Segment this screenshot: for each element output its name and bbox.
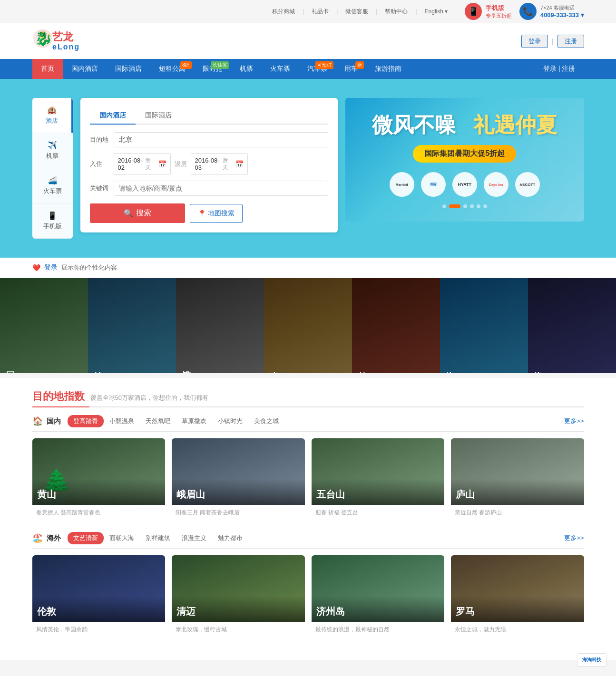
dest-name-london: 伦敦 <box>37 606 56 617</box>
dest-card-jeju[interactable]: 济州岛 最传统的浪漫，最神秘的自然 <box>312 555 445 637</box>
dot-3[interactable] <box>463 204 467 208</box>
destination-input[interactable] <box>114 132 329 147</box>
register-button[interactable]: 注册 <box>557 35 584 48</box>
dot-1[interactable] <box>442 204 446 208</box>
dot-5[interactable] <box>477 204 480 208</box>
map-search-button[interactable]: 📍 地图搜索 <box>190 204 243 223</box>
nav-item-flight[interactable]: 机票 <box>231 59 262 79</box>
category-name-youth: 青年旅舍 <box>269 365 280 368</box>
nav-item-bus[interactable]: 汽车票 可预订 <box>299 59 336 79</box>
overseas-tab-city[interactable]: 魅力都市 <box>212 532 248 544</box>
dest-card-wutai[interactable]: 五台山 迎春 祈福 登五台 <box>312 438 445 521</box>
banner-dots <box>372 204 557 208</box>
mobile-icon: 📱 <box>48 211 57 220</box>
svg-text:🐉: 🐉 <box>35 30 53 47</box>
dot-4[interactable] <box>470 204 474 208</box>
banner-promo: 国际集团暑期大促5折起 <box>413 145 516 163</box>
category-name-couple: 情侣酒店 <box>93 365 104 368</box>
checkin-input[interactable]: 2016-08-02 明天 📅 <box>114 153 171 175</box>
hotel-tab-domestic[interactable]: 国内酒店 <box>90 107 136 125</box>
topbar-link-giftcard[interactable]: 礼品卡 <box>312 8 329 16</box>
hero-banner[interactable]: 微风不噪 礼遇仲夏 国际集团暑期大促5折起 Marriott 洲际 HYATT … <box>345 98 584 222</box>
domestic-tab-food[interactable]: 美食之城 <box>248 415 284 427</box>
nav-item-guide[interactable]: 旅游指南 <box>366 59 410 79</box>
brand-logos: Marriott 洲际 HYATT Days Inn ASCOTT <box>372 172 557 197</box>
dest-card-rome[interactable]: 罗马 永恒之城，魅力无限 <box>451 555 584 637</box>
nav-item-car[interactable]: 用车 新 <box>336 59 366 79</box>
date-group: 2016-08-02 明天 📅 退房 2016-08-03 后天 📅 <box>114 153 329 175</box>
dest-name-wutai: 五台山 <box>316 489 345 500</box>
category-garden-hotel[interactable]: 园林酒店 <box>0 278 88 373</box>
nav-item-apartment[interactable]: 短租公寓 8折 <box>150 59 194 79</box>
category-special-inn[interactable]: 特色客栈 <box>352 278 440 373</box>
overseas-tab-sea[interactable]: 面朝大海 <box>104 532 140 544</box>
flight-icon: ✈️ <box>48 141 57 150</box>
heart-icon: ❤️ <box>32 264 40 271</box>
sidebar-tab-flight[interactable]: ✈️ 机票 <box>32 133 73 168</box>
nav-login-register[interactable]: 登录 | 注册 <box>535 59 584 79</box>
dest-desc-lushan: 亲近自然 春游庐山 <box>455 509 580 517</box>
sidebar-tab-hotel[interactable]: 🏨 酒店 <box>32 98 73 133</box>
hotel-tabs: 国内酒店 国际酒店 <box>90 107 329 125</box>
service-icon: 📞 <box>519 3 537 20</box>
destinations-section: 目的地指数 覆盖全球50万家酒店，你想住的，我们都有 🏠 国内 登高踏青 小憩温… <box>0 378 616 660</box>
nav-item-home[interactable]: 首页 <box>32 59 63 79</box>
checkin-checkout-sep: 退房 <box>175 160 187 168</box>
category-island-hotel[interactable]: 海岛酒店 <box>440 278 528 373</box>
domestic-tab-town[interactable]: 小镇时光 <box>212 415 248 427</box>
overseas-tab-arch[interactable]: 别样建筑 <box>140 532 176 544</box>
domestic-tab-oxygen[interactable]: 天然氧吧 <box>140 415 176 427</box>
dot-6[interactable] <box>483 204 487 208</box>
dest-card-emei[interactable]: 峨眉山 阳春三月 闻着茶香去峨眉 <box>172 438 305 521</box>
dest-desc-jeju: 最传统的浪漫，最神秘的自然 <box>315 626 441 634</box>
category-design-hotel[interactable]: 设计师酒店 <box>176 278 264 373</box>
footer-watermark: 海淘科技 <box>577 653 606 660</box>
checkout-input[interactable]: 2016-08-03 后天 📅 <box>191 153 248 175</box>
topbar-link-points[interactable]: 积分商城 <box>272 8 295 16</box>
overseas-more[interactable]: 更多>> <box>564 534 584 542</box>
search-row: 🔍 搜索 📍 地图搜索 <box>90 203 329 223</box>
login-button[interactable]: 登录 <box>521 35 548 48</box>
topbar-link-help[interactable]: 帮助中心 <box>385 8 408 16</box>
dest-card-huangshan[interactable]: 🌲 黄山 春意撩人 登高踏青赏春色 <box>32 438 166 521</box>
category-hotspring[interactable]: 海外温泉 <box>528 278 616 373</box>
sidebar-tab-mobile[interactable]: 📱 手机版 <box>32 203 73 239</box>
category-name-hotspring: 海外温泉 <box>533 365 544 368</box>
auth-buttons: 登录 | 注册 <box>521 35 584 48</box>
category-youth-hostel[interactable]: 青年旅舍 <box>264 278 352 373</box>
keyword-input[interactable] <box>114 181 329 196</box>
nav-item-intl-hotel[interactable]: 国际酒店 <box>107 59 150 79</box>
dest-card-chiangmai[interactable]: 清迈 泰北玫瑰，慢行古城 <box>172 555 305 637</box>
topbar-link-wechat[interactable]: 微信客服 <box>345 8 368 16</box>
dest-card-london[interactable]: 伦敦 风情英伦，帝国余韵 <box>32 555 166 637</box>
nav-item-train[interactable]: 火车票 <box>262 59 299 79</box>
lang-selector[interactable]: English ▾ <box>425 8 448 15</box>
dest-text-huangshan: 春意撩人 登高踏青赏春色 <box>32 505 166 521</box>
dest-text-emei: 阳春三月 闻着茶香去峨眉 <box>172 505 305 521</box>
search-button[interactable]: 🔍 搜索 <box>90 203 185 223</box>
nav-item-flash[interactable]: 限时抢 长住省 <box>194 59 231 79</box>
search-icon: 🔍 <box>124 209 133 218</box>
personalize-login-link[interactable]: 登录 <box>44 263 58 272</box>
dest-card-lushan[interactable]: 庐山 亲近自然 春游庐山 <box>451 438 584 521</box>
nav-item-domestic-hotel[interactable]: 国内酒店 <box>63 59 107 79</box>
sidebar-tab-train[interactable]: 🚄 火车票 <box>32 168 73 203</box>
dest-desc-emei: 阳春三月 闻着茶香去峨眉 <box>176 509 301 517</box>
logo[interactable]: 🐉 艺龙 eLong <box>32 28 94 54</box>
overseas-tab-romantic[interactable]: 浪漫主义 <box>176 532 212 544</box>
nav-badge-bus: 可预订 <box>315 61 333 69</box>
category-name-special: 特色客栈 <box>357 365 368 368</box>
dest-desc-huangshan: 春意撩人 登高踏青赏春色 <box>36 509 162 517</box>
domestic-tab-hiking[interactable]: 登高踏青 <box>68 415 104 427</box>
hotel-tab-intl[interactable]: 国际酒店 <box>136 107 181 124</box>
dot-2[interactable] <box>449 204 460 208</box>
domestic-more[interactable]: 更多>> <box>564 417 584 425</box>
search-box: 国内酒店 国际酒店 目的地 入住 2016-08-02 明天 📅 退房 <box>80 98 338 232</box>
category-couple-hotel[interactable]: 情侣酒店 <box>88 278 176 373</box>
phone-text: 手机版 专享五折起 <box>486 4 512 19</box>
dest-text-rome: 永恒之城，魅力无限 <box>451 622 584 637</box>
domestic-tab-grassland[interactable]: 草原撒欢 <box>176 415 212 427</box>
overseas-tab-arts[interactable]: 文艺清新 <box>68 532 104 544</box>
domestic-tab-spa[interactable]: 小憩温泉 <box>104 415 140 427</box>
dest-text-jeju: 最传统的浪漫，最神秘的自然 <box>312 622 445 637</box>
